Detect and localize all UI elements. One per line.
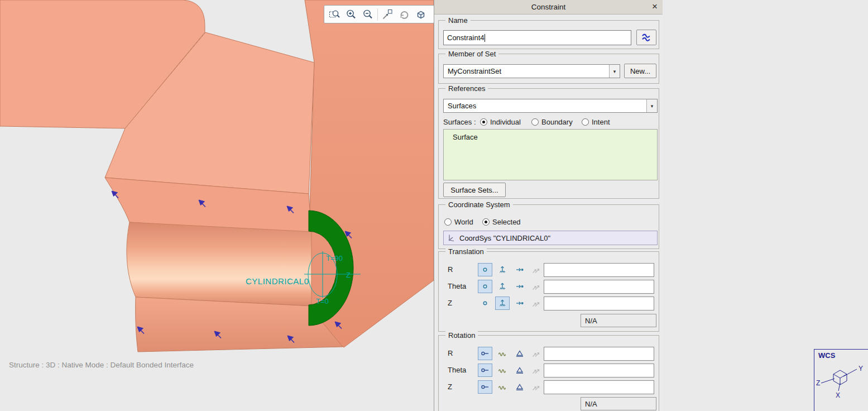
translation-group: Translation R Theta Z N/A	[438, 251, 659, 332]
toolbar-separator	[377, 8, 378, 21]
function-icon	[531, 298, 541, 308]
translation-na-field: N/A	[581, 314, 656, 327]
name-aux-button[interactable]	[636, 30, 656, 45]
member-group-legend: Member of Set	[445, 50, 498, 58]
wcs-axes: Y Z X	[814, 362, 868, 410]
radio-selected[interactable]	[482, 218, 490, 226]
references-group: References Surfaces ▾ Surfaces : Individ…	[438, 88, 659, 199]
view-toolbar	[324, 5, 434, 23]
translation-theta-fixed-button[interactable]	[495, 280, 510, 293]
rotation-r-free-button[interactable]	[478, 347, 492, 360]
rotation-r-label: R	[448, 349, 453, 357]
wcs-label: WCS	[818, 351, 835, 360]
name-group: Name Constraint4	[438, 20, 659, 49]
translation-r-free-button[interactable]	[478, 263, 492, 276]
rotation-z-free-button[interactable]	[478, 380, 492, 394]
function-icon	[531, 365, 541, 375]
rotation-z-value-input[interactable]	[544, 380, 654, 394]
prescribed-icon	[515, 298, 525, 308]
translation-z-fixed-button[interactable]	[495, 297, 510, 310]
free-icon	[480, 265, 490, 275]
spring-icon	[497, 365, 507, 375]
free-rotation-icon	[480, 348, 490, 359]
radio-intent-label[interactable]: Intent	[592, 118, 610, 126]
translation-z-value-input[interactable]	[544, 297, 654, 310]
surface-sets-button[interactable]: Surface Sets...	[443, 183, 506, 197]
chevron-down-icon[interactable]: ▾	[609, 65, 620, 78]
dialog-titlebar[interactable]: Constraint ×	[434, 0, 663, 15]
translation-z-free-button[interactable]	[478, 297, 492, 310]
constraint-set-combobox[interactable]: MyConstraintSet ▾	[443, 64, 620, 78]
function-icon	[531, 265, 541, 275]
rotation-theta-fixed-button[interactable]	[495, 364, 510, 377]
wcs-x-label: X	[836, 391, 840, 399]
radio-individual[interactable]	[480, 118, 487, 126]
model-bore-face[interactable]	[127, 222, 311, 306]
translation-z-prescribed-button[interactable]	[512, 297, 527, 310]
zoom-selected-icon[interactable]	[380, 7, 395, 22]
name-group-legend: Name	[445, 16, 471, 25]
translation-r-function-button	[529, 263, 543, 276]
translation-r-fixed-button[interactable]	[495, 263, 510, 276]
new-set-button[interactable]: New...	[624, 64, 656, 78]
csys-tick-top-label: T=90	[326, 254, 343, 262]
prescribed-icon	[515, 281, 525, 291]
repaint-icon[interactable]	[397, 7, 411, 22]
radio-boundary[interactable]	[531, 118, 539, 126]
radio-boundary-label[interactable]: Boundary	[541, 118, 573, 126]
rotation-z-prescribed-button[interactable]	[512, 380, 527, 394]
translation-r-label: R	[448, 265, 453, 274]
reference-type-combobox[interactable]: Surfaces ▾	[443, 99, 658, 113]
rotation-r-fixed-button[interactable]	[495, 347, 510, 360]
rotation-z-label: Z	[448, 383, 452, 391]
status-bar-text: Structure : 3D : Native Mode : Default B…	[9, 361, 194, 369]
collector-item-surface[interactable]: Surface	[444, 130, 657, 141]
zoom-out-icon[interactable]	[361, 7, 375, 22]
translation-theta-value-input[interactable]	[544, 280, 654, 294]
radio-selected-label[interactable]: Selected	[492, 218, 521, 226]
function-icon	[531, 348, 541, 359]
radio-individual-label[interactable]: Individual	[490, 118, 521, 126]
translation-r-value-input[interactable]	[544, 263, 654, 277]
rotation-z-fixed-button[interactable]	[495, 380, 510, 394]
free-icon	[480, 281, 490, 291]
wedge-icon	[515, 382, 525, 392]
wedge-icon	[515, 348, 525, 359]
radio-world[interactable]	[444, 218, 452, 226]
translation-theta-free-button[interactable]	[478, 280, 492, 293]
translation-z-label: Z	[448, 299, 452, 307]
reference-collector[interactable]: Surface	[443, 129, 658, 180]
close-icon[interactable]: ×	[652, 1, 658, 12]
rotation-theta-function-button	[529, 364, 543, 377]
name-input[interactable]: Constraint4	[443, 30, 631, 45]
spring-icon	[497, 348, 507, 359]
fixed-icon	[497, 265, 507, 275]
rotation-theta-free-button[interactable]	[478, 364, 492, 377]
rotation-na-field: N/A	[581, 397, 656, 410]
free-icon	[480, 298, 490, 308]
references-group-legend: References	[445, 84, 488, 93]
radio-world-label[interactable]: World	[454, 218, 473, 226]
rotation-theta-value-input[interactable]	[544, 364, 654, 377]
translation-theta-prescribed-button[interactable]	[512, 280, 527, 293]
radio-intent[interactable]	[582, 118, 589, 126]
rotation-theta-prescribed-button[interactable]	[512, 364, 527, 377]
wcs-y-label: Y	[859, 365, 863, 372]
zoom-in-icon[interactable]	[344, 7, 358, 22]
model-side-face[interactable]	[305, 0, 434, 347]
wcs-triad: WCS Y Z X	[814, 349, 868, 411]
rotation-r-value-input[interactable]	[544, 347, 654, 361]
chevron-down-icon[interactable]: ▾	[646, 99, 657, 112]
surfaces-filter-label: Surfaces :	[443, 118, 476, 126]
saved-views-icon[interactable]	[414, 7, 428, 22]
zoom-window-icon[interactable]	[327, 7, 342, 22]
translation-r-prescribed-button[interactable]	[512, 263, 527, 276]
translation-group-legend: Translation	[445, 247, 487, 256]
rotation-r-prescribed-button[interactable]	[512, 347, 527, 360]
csys-tick-bottom-label: T=0	[316, 297, 329, 305]
translation-theta-function-button	[529, 280, 543, 293]
free-rotation-icon	[480, 382, 490, 392]
selected-csys-field[interactable]: CoordSys "CYLINDRICAL0"	[443, 231, 658, 245]
wcs-z-label: Z	[816, 379, 820, 387]
function-icon	[531, 382, 541, 392]
